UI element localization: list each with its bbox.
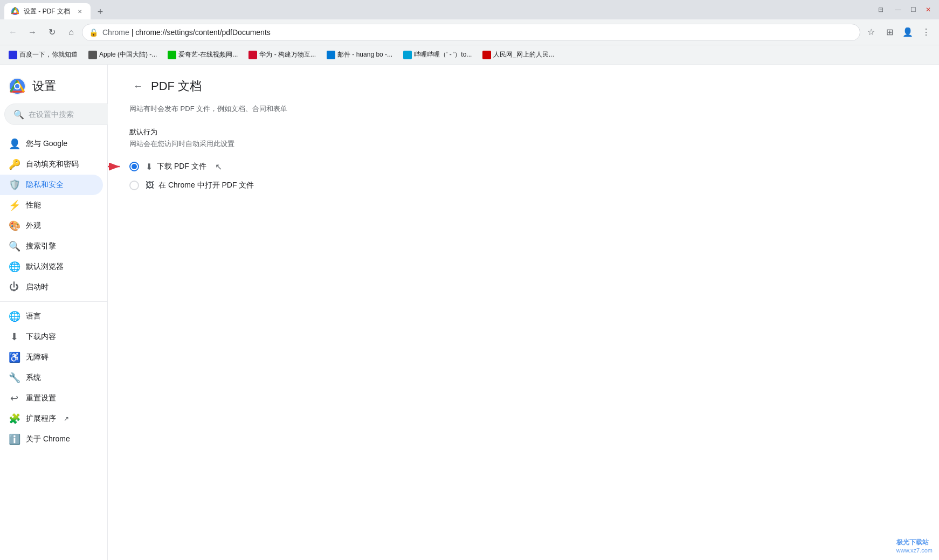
sidebar-header: 设置 — [0, 73, 107, 103]
forward-button[interactable]: → — [24, 24, 41, 41]
extensions-icon: 🧩 — [9, 413, 19, 425]
sidebar-item-autofill[interactable]: 🔑 自动填充和密码 — [0, 154, 103, 175]
sidebar-label-accessibility: 无障碍 — [26, 352, 49, 362]
bookmark-favicon-huawei — [248, 51, 257, 59]
new-tab-button[interactable]: + — [93, 4, 108, 19]
maximize-button[interactable]: ☐ — [907, 3, 920, 16]
tab-search-button[interactable]: ⊞ — [881, 24, 898, 41]
system-icon: 🔧 — [9, 372, 19, 384]
person-icon: 👤 — [9, 138, 19, 150]
watermark: 极光下载站 www.xz7.com — [896, 538, 933, 554]
bookmark-label-people: 人民网_网上的人民... — [493, 50, 554, 59]
back-navigation: ← PDF 文档 — [129, 78, 464, 95]
sidebar-item-extensions[interactable]: 🧩 扩展程序 ↗ — [0, 409, 103, 429]
sidebar-label-google: 您与 Google — [26, 139, 67, 149]
minimize-button[interactable]: — — [892, 3, 905, 16]
sidebar-item-reset[interactable]: ↩ 重置设置 — [0, 388, 103, 409]
bookmark-people[interactable]: 人民网_网上的人民... — [478, 48, 558, 61]
bookmark-favicon-people — [482, 51, 491, 59]
address-chrome-part: Chrome — [102, 28, 129, 37]
external-link-icon: ↗ — [64, 415, 69, 423]
tab-strip: 设置 - PDF 文档 ✕ + — [4, 0, 874, 19]
bookmark-mail[interactable]: 邮件 - huang bo -... — [322, 48, 397, 61]
sidebar-item-google[interactable]: 👤 您与 Google — [0, 134, 103, 154]
bookmark-label-bilibili: 哔哩哔哩（' - '）to... — [414, 50, 472, 59]
reload-button[interactable]: ↻ — [43, 24, 60, 41]
address-text: Chrome | chrome://settings/content/pdfDo… — [102, 28, 853, 37]
sidebar-label-performance: 性能 — [26, 201, 41, 210]
home-button[interactable]: ⌂ — [63, 24, 80, 41]
search-icon: 🔍 — [13, 109, 24, 120]
window-expand-button[interactable]: ⊟ — [874, 3, 887, 16]
open-in-chrome-option[interactable]: 🖼 在 Chrome 中打开 PDF 文件 — [129, 176, 464, 195]
search-engine-icon: 🔍 — [9, 240, 19, 252]
sidebar-item-accessibility[interactable]: ♿ 无障碍 — [0, 347, 103, 368]
sidebar-item-downloads[interactable]: ⬇ 下载内容 — [0, 327, 103, 347]
reset-icon: ↩ — [9, 392, 19, 404]
tab-close-button[interactable]: ✕ — [75, 7, 84, 16]
address-bar-container: 🔒 Chrome | chrome://settings/content/pdf… — [82, 24, 860, 41]
default-behavior-desc: 网站会在您访问时自动采用此设置 — [129, 139, 464, 149]
back-to-privacy-button[interactable]: ← — [129, 78, 147, 95]
open-pdf-icon: 🖼 — [146, 181, 154, 190]
open-in-chrome-radio[interactable] — [129, 181, 139, 190]
download-pdf-option[interactable]: ⬇ 下载 PDF 文件 ↖ — [129, 157, 464, 176]
download-pdf-radio[interactable] — [129, 162, 139, 171]
sidebar-label-autofill: 自动填充和密码 — [26, 160, 79, 169]
bookmark-favicon-baidu — [9, 51, 17, 59]
sidebar-label-system: 系统 — [26, 373, 41, 383]
sidebar-item-about[interactable]: ℹ️ 关于 Chrome — [0, 429, 103, 450]
pdf-page-title: PDF 文档 — [151, 78, 202, 94]
browser-window: 设置 - PDF 文档 ✕ + ⊟ — ☐ ✕ ← → ↻ ⌂ 🔒 Chrome… — [0, 0, 939, 560]
bookmark-baidu[interactable]: 百度一下，你就知道 — [4, 48, 82, 61]
palette-icon: 🎨 — [9, 220, 19, 232]
sidebar-item-system[interactable]: 🔧 系统 — [0, 368, 103, 388]
bookmark-apple[interactable]: Apple (中国大陆) -... — [84, 48, 161, 61]
pdf-description: 网站有时会发布 PDF 文件，例如文档、合同和表单 — [129, 103, 464, 114]
sidebar-label-startup: 启动时 — [26, 282, 49, 292]
key-icon: 🔑 — [9, 158, 19, 170]
active-tab[interactable]: 设置 - PDF 文档 ✕ — [4, 3, 91, 19]
red-arrow — [108, 158, 127, 175]
menu-button[interactable]: ⋮ — [917, 24, 935, 41]
chrome-logo — [9, 78, 26, 95]
sidebar-item-privacy[interactable]: 🛡️ 隐私和安全 — [0, 175, 103, 195]
sidebar-item-appearance[interactable]: 🎨 外观 — [0, 216, 103, 236]
sidebar-item-default-browser[interactable]: 🌐 默认浏览器 — [0, 257, 103, 277]
bookmark-favicon-bilibili — [403, 51, 412, 59]
svg-point-5 — [15, 84, 19, 88]
language-icon: 🌐 — [9, 310, 19, 322]
bookmark-favicon-apple — [88, 51, 97, 59]
bookmark-label-apple: Apple (中国大陆) -... — [99, 50, 157, 59]
sidebar-item-search[interactable]: 🔍 搜索引擎 — [0, 236, 103, 257]
sidebar-item-language[interactable]: 🌐 语言 — [0, 306, 103, 327]
sidebar-item-startup[interactable]: ⏻ 启动时 — [0, 277, 103, 297]
title-bar: 设置 - PDF 文档 ✕ + ⊟ — ☐ ✕ — [0, 0, 939, 19]
browser-icon: 🌐 — [9, 261, 19, 273]
power-icon: ⏻ — [9, 281, 19, 293]
nav-right-controls: ☆ ⊞ 👤 ⋮ — [862, 24, 935, 41]
pdf-settings-content: ← PDF 文档 网站有时会发布 PDF 文件，例如文档、合同和表单 默认行为 … — [108, 65, 485, 208]
profile-button[interactable]: 👤 — [899, 24, 916, 41]
close-button[interactable]: ✕ — [922, 3, 935, 16]
bookmark-label-mail: 邮件 - huang bo -... — [337, 50, 392, 59]
accessibility-icon: ♿ — [9, 351, 19, 363]
bookmark-star-button[interactable]: ☆ — [862, 24, 880, 41]
sidebar-label-search: 搜索引擎 — [26, 241, 56, 251]
download-pdf-text: 下载 PDF 文件 — [157, 162, 206, 171]
sidebar-label-language: 语言 — [26, 312, 41, 321]
address-bar[interactable]: 🔒 Chrome | chrome://settings/content/pdf… — [82, 24, 860, 41]
tab-title: 设置 - PDF 文档 — [24, 7, 71, 16]
back-button[interactable]: ← — [4, 24, 22, 41]
address-path-part: chrome://settings/content/pdfDocuments — [135, 28, 271, 37]
download-option-container: ⬇ 下载 PDF 文件 ↖ — [129, 157, 464, 176]
sidebar-label-about: 关于 Chrome — [26, 434, 70, 444]
bookmark-label-iqiyi: 爱奇艺-在线视频网... — [178, 50, 238, 59]
bookmark-huawei[interactable]: 华为 - 构建万物互... — [244, 48, 320, 61]
bookmark-bilibili[interactable]: 哔哩哔哩（' - '）to... — [399, 48, 476, 61]
bookmark-favicon-mail — [327, 51, 335, 59]
bookmark-favicon-iqiyi — [168, 51, 176, 59]
bookmark-iqiyi[interactable]: 爱奇艺-在线视频网... — [163, 48, 242, 61]
sidebar-search-container: 🔍 — [0, 103, 107, 134]
sidebar-item-performance[interactable]: ⚡ 性能 — [0, 195, 103, 216]
